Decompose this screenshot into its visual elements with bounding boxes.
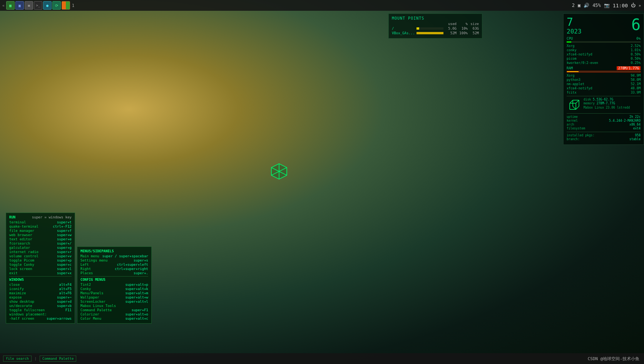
taskbar-arrow[interactable]: « (2, 3, 5, 8)
shortcuts-run-title: RUN super = windows key (9, 215, 72, 219)
shortcut-undecorate: un/decorate super+b (9, 304, 72, 308)
mount-widget-title: MOUNT POINTS (392, 16, 479, 20)
conky-proc-xfce-notifyd: xfce4-notifyd0.50% (567, 52, 641, 56)
conky-cpu-label: CPU 6% (567, 37, 641, 40)
conky-ram-label: RAM 278M/1.77G (567, 66, 641, 70)
config-command-palette: Command Palette super+F1 (80, 308, 148, 312)
shortcuts-windows-title: WINDOWS (9, 278, 72, 282)
config-screenlocker: ScreenLocker super+alt+l (80, 300, 148, 304)
shortcut-terminal: terminal super+t (9, 220, 72, 224)
taskbar-top: « ▦ ▣ ≡ >_ ● ⟳ 1 2 ▣ 🔊 45% 📷 11:00 ⏻ » (0, 0, 644, 11)
conky-system-info: disk 5.53G-62.7G memory 278M-7.77G Mabox… (584, 98, 641, 112)
conky-ram-processes: Xorg94.9M python358.0M nm-applet52.1M xf… (567, 74, 641, 94)
taskbar-bottom-left: file search | Command Palette (0, 356, 79, 362)
menu-settings-menu: Settings menu super+s (80, 258, 148, 262)
conky-cpu-processes: Xorg2.52% conky1.01% xfce4-notifyd0.50% … (567, 44, 641, 65)
volume-icon[interactable]: 🔊 (584, 3, 589, 8)
taskbar-workspace-num: 1 (71, 3, 75, 8)
conky-ram-fcitx: fcitx33.9M (567, 91, 641, 94)
mount-points-widget: MOUNT POINTS used % size / 5.6G 10% 63G … (388, 13, 482, 39)
shortcut-galculator: galculator super+g (9, 246, 72, 250)
screenshot-icon[interactable]: 📷 (604, 3, 610, 8)
shortcuts-divider (9, 276, 72, 277)
taskbar-terminal[interactable]: >_ (34, 1, 42, 10)
command-palette-label[interactable]: Command Palette (40, 356, 76, 362)
config-menu-panels: Menu/Panels super+alt+m (80, 291, 148, 295)
shortcuts-panel: RUN super = windows key terminal super+t… (6, 213, 75, 324)
config-conky: Conky super+alt+k (80, 287, 148, 291)
svg-line-7 (576, 106, 579, 109)
shortcut-volume-control: volume control super+v (9, 254, 72, 258)
power-icon[interactable]: ⏻ (631, 3, 636, 8)
conky-ram-bar (567, 71, 641, 72)
taskbar-task-manager[interactable]: ▦ (6, 1, 15, 10)
shortcut-expose: expose super+~ (9, 295, 72, 299)
menus-divider (80, 276, 148, 277)
conky-proc-xorg: Xorg2.52% (567, 44, 641, 48)
svg-line-1 (570, 100, 573, 103)
shortcut-web-browser: web browser super+w (9, 233, 72, 237)
shortcut-half-screen: -half screen super+arrows (9, 317, 72, 320)
conky-year: 2023 (567, 28, 582, 35)
config-color-menu: Color Menu super+alt+c (80, 317, 148, 320)
shortcut-show-desktop: show desktop super+d (9, 300, 72, 304)
shortcut-text-editor: text editor super+e (9, 237, 72, 241)
menu-main-menu: Main menu super / super+spacebar (80, 254, 148, 258)
shortcut-internet-radio: internet radio super+r (9, 250, 72, 254)
conky-divider3 (567, 132, 641, 132)
conky-info-block: disk 5.53G-62.7G memory 278M-7.77G Mabox… (567, 98, 641, 112)
conky-arch-row: arch x86_64 (567, 123, 641, 126)
config-wallpaper: Wallpaper super+alt+w (80, 295, 148, 299)
menu-right: Right ctrl+super+right (80, 267, 148, 271)
desktop-cube-icon (269, 162, 289, 181)
conky-ram-xorg: Xorg94.9M (567, 74, 641, 77)
shortcut-iconify: iconify alt+F5 (9, 287, 72, 291)
conky-cube-icon (567, 98, 580, 112)
taskbar-bottom: file search | Command Palette CSDN @地球空间… (0, 353, 644, 364)
shortcut-close: close alt+F4 (9, 283, 72, 287)
mount-header: used % size (392, 22, 479, 26)
taskbar-dual[interactable] (62, 1, 70, 10)
credit-text: CSDN @地球空间-技术小鱼 (588, 356, 639, 361)
clock: 11:00 (613, 3, 628, 8)
conky-widget: 7 2023 6 CPU 6% Xorg2.52% conky1.01% xfc… (563, 13, 644, 145)
mount-row-root: / 5.6G 10% 63G (392, 27, 479, 30)
taskbar-window-switcher[interactable]: ▣ (15, 1, 24, 10)
menu-places: Places super+. (80, 271, 148, 275)
taskbar-bottom-right: CSDN @地球空间-技术小鱼 (583, 356, 644, 362)
menus-panel: MENUS/SIDEPANELS Main menu super / super… (77, 247, 152, 324)
svg-line-2 (576, 100, 579, 103)
shortcut-exit: exit super+x (9, 271, 72, 275)
menus-section-title: MENUS/SIDEPANELS (80, 249, 148, 253)
shortcut-toggle-conky: toggle Conky super+c (9, 263, 72, 267)
shortcut-toggle-fullscreen: toggle fullscreen F11 (9, 308, 72, 312)
conky-kernel-row: kernel 5.4.244-2-MANJARO (567, 119, 641, 122)
conky-ram-python3: python358.0M (567, 78, 641, 82)
conky-proc-kworker: kworker/0:2-even0.25% (567, 61, 641, 65)
conky-ram-nm-applet: nm-applet52.1M (567, 82, 641, 86)
taskbar-network[interactable]: ● (43, 1, 52, 10)
taskbar-file-manager[interactable]: ≡ (25, 1, 33, 10)
conky-uptime-row: uptime 2h 22c (567, 115, 641, 119)
display-icon: ▣ (578, 3, 580, 8)
volume-percent: 45% (592, 3, 601, 8)
config-tint2: Tint2 super+alt+p (80, 283, 148, 287)
shortcut-quake-terminal: quake-terminal ctrl+-F12 (9, 225, 72, 228)
taskbar-refresh[interactable]: ⟳ (52, 1, 61, 10)
conky-branch-row: branch: stable (567, 138, 641, 141)
conky-pkgs-row: installed pkgs: 958 (567, 134, 641, 137)
conky-num-right: 6 (631, 17, 641, 32)
config-section-title: CONFIG MENUS (80, 278, 148, 282)
shortcut-toggle-picom: toggle Picom super+p (9, 258, 72, 262)
conky-filesystem-row: filesystem ext4 (567, 127, 641, 130)
conky-ram-xfce-notifyd: xfce4-notifyd48.8M (567, 86, 641, 90)
more-icon[interactable]: » (639, 3, 641, 8)
workspace-indicator[interactable]: 2 (572, 3, 575, 8)
taskbar-right-section: 2 ▣ 🔊 45% 📷 11:00 ⏻ » (569, 3, 644, 8)
conky-divider (567, 96, 641, 96)
conky-proc-conky: conky1.01% (567, 48, 641, 52)
shortcut-windows-placement: windows placement: (9, 312, 72, 316)
taskbar-left-section: « ▦ ▣ ≡ >_ ● ⟳ 1 (0, 1, 77, 10)
conky-proc-picom: picom0.50% (567, 57, 641, 60)
file-search-label[interactable]: file search (3, 356, 32, 362)
